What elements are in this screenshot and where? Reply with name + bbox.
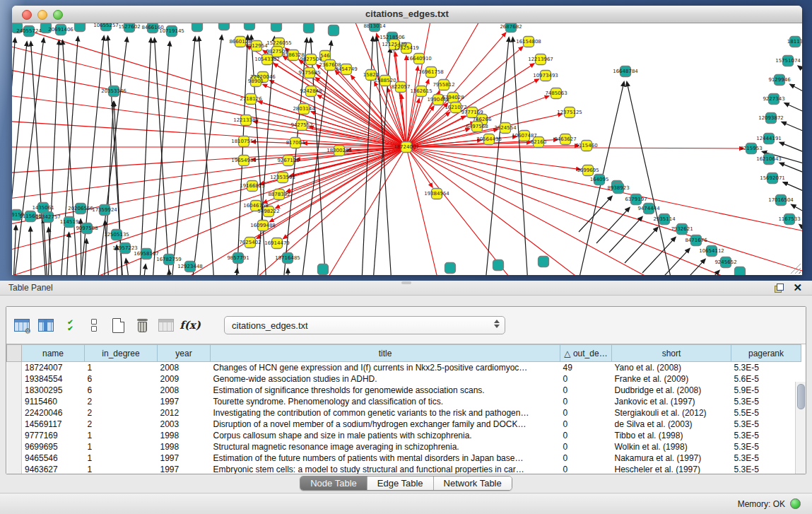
table-cell[interactable]: Jankovic et al. (1997): [612, 396, 731, 407]
table-cell[interactable]: Dudbridge et al. (2008): [612, 385, 731, 396]
table-cell[interactable]: Franke et al. (2009): [612, 373, 731, 385]
table-cell[interactable]: 49: [560, 362, 612, 374]
new-column-icon[interactable]: [110, 317, 126, 334]
table-cell[interactable]: 0: [560, 407, 612, 419]
table-cell[interactable]: 2: [85, 419, 158, 430]
function-builder-icon[interactable]: f(x): [182, 317, 199, 334]
table-cell[interactable]: Nakamura et al. (1997): [612, 452, 731, 464]
dropdown-spinner-icon[interactable]: [494, 320, 500, 328]
table-cell[interactable]: 1998: [158, 441, 211, 452]
table-cell[interactable]: Stergiakouli et al. (2012): [612, 407, 731, 419]
table-cell[interactable]: 5.5E-5: [731, 407, 801, 419]
table-row[interactable]: 946554611997Estimation of the future num…: [7, 452, 801, 464]
table-cell[interactable]: 1: [85, 464, 158, 474]
table-cell[interactable]: Estimation of significance thresholds fo…: [211, 385, 560, 396]
table-cell[interactable]: 2: [85, 407, 158, 419]
panel-divider-grip[interactable]: [401, 281, 411, 284]
graph-node[interactable]: [304, 23, 314, 33]
table-cell[interactable]: 1: [85, 441, 158, 452]
column-header-pagerank[interactable]: pagerank: [731, 345, 801, 362]
table-cell[interactable]: 2: [85, 396, 158, 407]
table-cell[interactable]: 0: [560, 373, 612, 385]
tab-node-table[interactable]: Node Table: [300, 477, 367, 490]
table-cell[interactable]: 6: [85, 373, 158, 385]
table-cell[interactable]: Corpus callosum shape and size in male p…: [211, 430, 560, 441]
table-cell[interactable]: 5.3E-5: [731, 452, 801, 464]
graph-node[interactable]: [493, 260, 504, 271]
table-cell[interactable]: 5.3E-5: [731, 464, 801, 474]
table-selector-dropdown[interactable]: citations_edges.txt: [224, 316, 505, 334]
table-cell[interactable]: Tourette syndrome. Phenomenology and cla…: [211, 396, 560, 407]
table-cell[interactable]: Tibbo et al. (1998): [612, 430, 731, 441]
table-cell[interactable]: 9463627: [22, 464, 85, 474]
table-cell[interactable]: 0: [560, 396, 612, 407]
table-cell[interactable]: 5.3E-5: [731, 419, 801, 430]
window-titlebar[interactable]: citations_edges.txt: [12, 6, 802, 23]
table-row[interactable]: 911546021997Tourette syndrome. Phenomeno…: [7, 396, 801, 407]
table-cell[interactable]: Hescheler et al. (1997): [612, 464, 731, 474]
table-cell[interactable]: 5.6E-5: [731, 373, 801, 385]
table-cell[interactable]: Embryonic stem cells: a model to study s…: [211, 464, 560, 474]
table-cell[interactable]: 5.9E-5: [731, 385, 801, 396]
table-cell[interactable]: de Silva et al. (2003): [612, 419, 731, 430]
column-header-in_degree[interactable]: in_degree: [85, 345, 158, 362]
table-cell[interactable]: 18300295: [22, 385, 85, 396]
table-row[interactable]: 1830029562008Estimation of significance …: [7, 385, 801, 396]
column-header-name[interactable]: name: [22, 345, 85, 362]
table-cell[interactable]: Investigating the contribution of common…: [211, 407, 560, 419]
table-row[interactable]: 1456911722003Disruption of a novel membe…: [7, 419, 801, 430]
table-cell[interactable]: 9115460: [22, 396, 85, 407]
table-cell[interactable]: 2003: [158, 419, 211, 430]
table-cell[interactable]: 14569117: [22, 419, 85, 430]
table-cell[interactable]: 22420046: [22, 407, 85, 419]
memory-status-indicator[interactable]: [790, 498, 801, 509]
table-cell[interactable]: Structural magnetic resonance image aver…: [211, 441, 560, 452]
table-row[interactable]: 2242004622012Investigating the contribut…: [7, 407, 801, 419]
graph-node[interactable]: [329, 25, 339, 36]
table-row[interactable]: 1938455462009Genome-wide association stu…: [7, 373, 801, 385]
table-scrollbar-thumb[interactable]: [797, 384, 805, 409]
table-cell[interactable]: 5.3E-5: [731, 396, 801, 407]
column-header-year[interactable]: year: [158, 345, 211, 362]
table-cell[interactable]: 0: [560, 464, 612, 474]
table-cell[interactable]: 5.3E-5: [731, 441, 801, 452]
table-settings-icon[interactable]: ⚙: [13, 317, 30, 334]
table-cell[interactable]: 0: [560, 419, 612, 430]
table-cell[interactable]: Estimation of the future numbers of pati…: [211, 452, 560, 464]
table-cell[interactable]: 2012: [158, 407, 211, 419]
network-canvas[interactable]: 1872400724055724206914061065525715276028…: [12, 23, 802, 275]
graph-node[interactable]: [75, 23, 86, 32]
column-visibility-icon[interactable]: [37, 317, 54, 334]
column-header-out_de[interactable]: △ out_de…: [560, 345, 612, 362]
table-cell[interactable]: 0: [560, 441, 612, 452]
table-cell[interactable]: 6: [85, 385, 158, 396]
table-cell[interactable]: 19384554: [22, 373, 85, 385]
graph-node[interactable]: [192, 23, 203, 32]
graph-node[interactable]: [539, 257, 549, 267]
table-cell[interactable]: 1: [85, 362, 158, 374]
graph-node[interactable]: [735, 267, 746, 276]
table-row[interactable]: 946362711997Embryonic stem cells: a mode…: [7, 464, 801, 474]
tab-edge-table[interactable]: Edge Table: [367, 477, 434, 490]
graph-node[interactable]: [445, 263, 456, 274]
table-cell[interactable]: 9699695: [22, 441, 85, 452]
table-cell[interactable]: Disruption of a novel member of a sodium…: [211, 419, 560, 430]
table-row[interactable]: 977716911998Corpus callosum shape and si…: [7, 430, 801, 441]
table-cell[interactable]: Wolkin et al. (1998): [612, 441, 731, 452]
table-cell[interactable]: 1997: [158, 396, 211, 407]
table-cell[interactable]: 18724007: [22, 362, 85, 374]
table-cell[interactable]: 2008: [158, 385, 211, 396]
float-panel-icon[interactable]: [775, 284, 784, 293]
table-row[interactable]: 969969511998Structural magnetic resonanc…: [7, 441, 801, 452]
close-panel-icon[interactable]: ✕: [793, 281, 802, 294]
table-cell[interactable]: 0: [560, 430, 612, 441]
table-scrollbar[interactable]: [795, 382, 806, 474]
table-cell[interactable]: 0: [560, 385, 612, 396]
table-cell[interactable]: 1998: [158, 430, 211, 441]
citation-network-graph[interactable]: 1872400724055724206914061065525715276028…: [12, 23, 802, 275]
table-cell[interactable]: 1: [85, 452, 158, 464]
table-cell[interactable]: 5.3E-5: [731, 362, 801, 374]
table-cell[interactable]: 1997: [158, 452, 211, 464]
row-selection-icon[interactable]: ✔✔: [61, 317, 78, 334]
table-cell[interactable]: 9777169: [22, 430, 85, 441]
